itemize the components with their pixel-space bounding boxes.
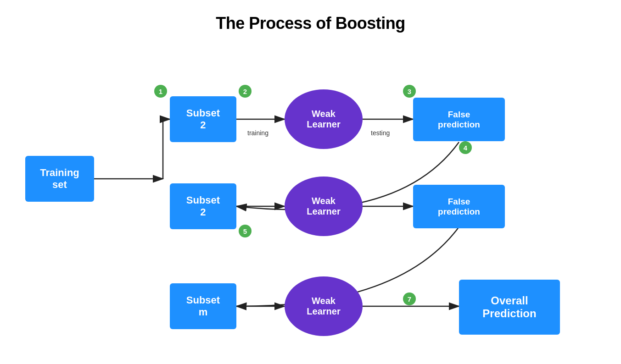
training-set-box: Trainingset bbox=[25, 156, 94, 202]
badge-2: 2 bbox=[239, 85, 252, 98]
subset-box-3: Subsetm bbox=[170, 283, 236, 329]
label-training-1: training bbox=[247, 129, 269, 137]
weak-learner-2-label: WeakLearner bbox=[307, 196, 340, 217]
badge-7: 7 bbox=[403, 292, 416, 305]
weak-learner-3-label: WeakLearner bbox=[307, 296, 340, 317]
badge-3: 3 bbox=[403, 85, 416, 98]
weak-learner-1-label: WeakLearner bbox=[307, 109, 340, 130]
page-title: The Process of Boosting bbox=[0, 0, 621, 33]
subset-box-1: Subset2 bbox=[170, 96, 236, 142]
label-testing-1: testing bbox=[371, 129, 390, 137]
subset-box-2: Subset2 bbox=[170, 183, 236, 229]
weak-learner-2: WeakLearner bbox=[285, 176, 363, 236]
false-pred-1-label: Falseprediction bbox=[438, 110, 480, 130]
subset-1-label: Subset2 bbox=[186, 107, 220, 131]
overall-pred-label: OverallPrediction bbox=[482, 294, 536, 320]
badge-1: 1 bbox=[154, 85, 167, 98]
training-set-label: Trainingset bbox=[40, 167, 79, 191]
false-prediction-1: Falseprediction bbox=[413, 98, 505, 141]
subset-3-label: Subsetm bbox=[186, 294, 220, 318]
badge-4: 4 bbox=[459, 141, 472, 154]
weak-learner-3: WeakLearner bbox=[285, 276, 363, 336]
weak-learner-1: WeakLearner bbox=[285, 89, 363, 149]
badge-5: 5 bbox=[239, 225, 252, 237]
overall-prediction: OverallPrediction bbox=[459, 280, 560, 335]
false-prediction-2: Falseprediction bbox=[413, 185, 505, 228]
subset-2-label: Subset2 bbox=[186, 194, 220, 218]
diagram-container: The Process of Boosting bbox=[0, 0, 621, 364]
false-pred-2-label: Falseprediction bbox=[438, 197, 480, 217]
